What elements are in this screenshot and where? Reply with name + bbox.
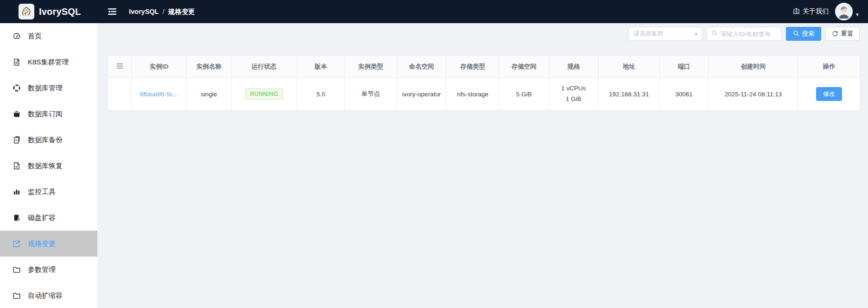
sidebar-item-database-backup[interactable]: 数据库备份 [0, 127, 97, 153]
bar-chart-icon [12, 187, 21, 196]
action-cell: 修改 [798, 78, 860, 111]
search-button[interactable]: 搜索 [786, 27, 821, 41]
file-minus-icon [12, 135, 21, 145]
instance-id-link[interactable]: 8fbba8f8-5c... [132, 78, 187, 111]
breadcrumb-root[interactable]: IvorySQL [129, 8, 159, 15]
row-settings-header[interactable] [108, 56, 132, 78]
spec-cell: 1 vCPUs 1 GiB [549, 78, 599, 111]
column-header: 创建时间 [708, 56, 798, 78]
sidebar-item-param-manage[interactable]: 参数管理 [0, 257, 97, 283]
about-us-link[interactable]: 关于我们 [793, 7, 829, 16]
menu-fold-icon[interactable] [108, 7, 117, 16]
sidebar-item-label: 数据库备份 [28, 136, 63, 145]
status-cell: RUNNING [231, 78, 297, 111]
column-header: 端口 [660, 56, 708, 78]
sidebar-item-label: 磁盘扩容 [28, 214, 56, 222]
column-header: 实例ID [132, 56, 187, 78]
folder-icon [12, 265, 21, 274]
namespace-cell: ivory-operator [397, 78, 447, 111]
ivorysql-logo [19, 4, 34, 19]
column-header: 实例名称 [187, 56, 231, 78]
briefcase-icon [12, 109, 21, 119]
main-content: 请选择集群 ▾ 搜索 重置 [97, 23, 868, 308]
breadcrumb-current: 规格变更 [168, 7, 195, 16]
version-cell: 5.0 [297, 78, 345, 111]
sidebar-item-label: 数据库订阅 [28, 110, 63, 119]
external-link-icon [12, 239, 21, 248]
breadcrumb: IvorySQL / 规格变更 [129, 7, 195, 16]
column-header: 存储空间 [499, 56, 549, 78]
column-header: 命名空间 [397, 56, 447, 78]
storage-size-cell: 5 GiB [499, 78, 549, 111]
sidebar-item-auto-scale[interactable]: 自动扩缩容 [0, 283, 97, 308]
instance-name-cell: single [187, 78, 231, 111]
sidebar-item-label: 自动扩缩容 [28, 291, 63, 300]
search-input[interactable] [721, 31, 777, 38]
column-header: 操作 [798, 56, 860, 78]
deployment-icon [12, 83, 21, 93]
search-icon [711, 30, 718, 38]
rows-icon [117, 63, 123, 69]
search-icon [793, 30, 799, 38]
created-at-cell: 2025-11-24 08:11:13 [708, 78, 798, 111]
status-badge: RUNNING [245, 88, 283, 100]
spec-cpu: 1 vCPUs [549, 83, 598, 94]
sidebar-item-monitor-tools[interactable]: 监控工具 [0, 179, 97, 205]
profile-icon [12, 57, 21, 67]
folder-icon [12, 291, 21, 300]
search-field[interactable] [707, 27, 782, 41]
search-button-label: 搜索 [802, 30, 815, 38]
sidebar-item-disk-expand[interactable]: 磁盘扩容 [0, 205, 97, 231]
breadcrumb-separator: / [162, 8, 164, 15]
reset-button[interactable]: 重置 [825, 27, 860, 41]
instance-type-cell: 单节点 [345, 78, 397, 111]
sidebar-item-label: 参数管理 [28, 265, 56, 274]
sidebar-item-home[interactable]: 首页 [0, 23, 97, 49]
sidebar-item-label: 数据库恢复 [28, 162, 63, 170]
file-edit-icon [12, 213, 21, 222]
column-header: 规格 [549, 56, 599, 78]
about-us-label: 关于我们 [803, 7, 829, 16]
column-header: 地址 [599, 56, 660, 78]
reset-button-label: 重置 [841, 30, 854, 38]
chevron-down-icon: ▾ [695, 31, 697, 37]
user-menu[interactable]: ▼ [835, 3, 860, 20]
column-header: 版本 [297, 56, 345, 78]
edit-button[interactable]: 修改 [816, 87, 842, 101]
dashboard-icon [12, 31, 21, 41]
table-row: 8fbba8f8-5c... single RUNNING 5.0 单节点 iv… [108, 78, 860, 111]
column-header: 实例类型 [345, 56, 397, 78]
sidebar-item-label: 规格变更 [28, 239, 56, 248]
port-cell: 30061 [660, 78, 708, 111]
column-header: 存储类型 [447, 56, 499, 78]
file-check-icon [12, 161, 21, 170]
filter-toolbar: 请选择集群 ▾ 搜索 重置 [628, 27, 860, 41]
building-icon [793, 7, 800, 16]
sidebar-item-label: 监控工具 [28, 188, 56, 196]
topbar: IvorySQL IvorySQL / 规格变更 关于我们 [0, 0, 868, 23]
sidebar-item-database-subscribe[interactable]: 数据库订阅 [0, 101, 97, 127]
refresh-icon [832, 30, 838, 38]
instances-table: 实例ID 实例名称 运行状态 版本 实例类型 命名空间 存储类型 存储空间 规格… [108, 55, 860, 111]
brand-zone: IvorySQL [0, 4, 97, 19]
spec-mem: 1 GiB [549, 94, 598, 105]
sidebar-item-label: 数据库管理 [28, 84, 63, 93]
avatar[interactable] [835, 3, 853, 20]
cluster-select[interactable]: 请选择集群 ▾ [628, 27, 702, 41]
column-header: 运行状态 [231, 56, 297, 78]
address-cell: 192.168.31.31 [599, 78, 660, 111]
sidebar-item-label: K8S集群管理 [28, 58, 69, 67]
brand-name: IvorySQL [39, 6, 81, 17]
sidebar-item-database-manage[interactable]: 数据库管理 [0, 75, 97, 101]
cluster-select-placeholder: 请选择集群 [633, 30, 695, 38]
row-expand-cell [108, 78, 132, 111]
sidebar-item-spec-change[interactable]: 规格变更 [0, 231, 97, 257]
topbar-right: 关于我们 ▼ [793, 3, 868, 20]
table-header-row: 实例ID 实例名称 运行状态 版本 实例类型 命名空间 存储类型 存储空间 规格… [108, 56, 860, 78]
sidebar-item-label: 首页 [28, 32, 42, 41]
sidebar-item-database-restore[interactable]: 数据库恢复 [0, 153, 97, 179]
storage-type-cell: nfs-storage [447, 78, 499, 111]
sidebar: 首页 K8S集群管理 数据库管理 数据库订阅 数据库备份 数据库恢复 [0, 23, 97, 308]
sidebar-item-k8s-cluster[interactable]: K8S集群管理 [0, 49, 97, 75]
chevron-down-icon: ▼ [855, 12, 860, 17]
